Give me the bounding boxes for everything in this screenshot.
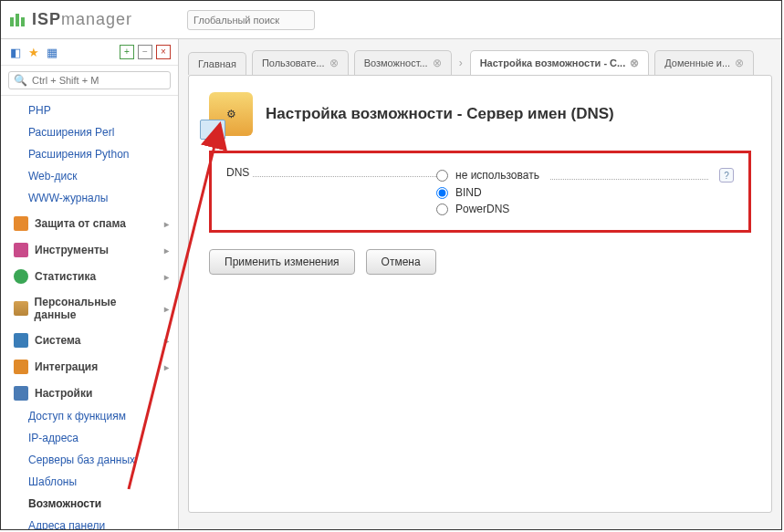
tab-label: Возможност... (364, 57, 428, 68)
page-header: ⚙ Настройка возможности - Сервер имен (D… (209, 92, 751, 136)
nav-cat-personal[interactable]: Персональные данные▸ (1, 288, 178, 326)
chevron-right-icon: ▸ (164, 336, 169, 346)
globe-icon (14, 269, 28, 284)
doc-icon[interactable]: ▦ (45, 45, 59, 59)
nav-cat-integration[interactable]: Интеграция▸ (1, 352, 178, 379)
star-icon[interactable]: ★ (26, 45, 41, 59)
nav-item[interactable]: IP-адреса (1, 427, 178, 449)
bars-icon (14, 301, 28, 316)
content-panel: ⚙ Настройка возможности - Сервер имен (D… (188, 75, 772, 513)
option-label: PowerDNS (455, 203, 509, 215)
nav-item[interactable]: Адреса панели (1, 515, 178, 529)
chevron-right-icon: ▸ (164, 362, 169, 372)
logo-isp: ISP (32, 10, 61, 28)
plus-icon[interactable]: + (120, 45, 134, 59)
home-icon[interactable]: ◧ (8, 45, 23, 59)
chevron-right-icon: ▸ (164, 304, 169, 314)
tab-capabilities-list[interactable]: Возможност...⊗ (354, 50, 452, 75)
logo-manager: manager (61, 10, 132, 28)
nav-item[interactable]: Web-диск (1, 165, 178, 187)
nav-item[interactable]: PHP (1, 99, 178, 121)
nav-cat-label: Инструменты (35, 244, 109, 256)
nav-item-capabilities[interactable]: Возможности (1, 493, 178, 515)
nav-cat-stats[interactable]: Статистика▸ (1, 262, 178, 288)
cancel-button[interactable]: Отмена (366, 249, 436, 275)
option-none[interactable]: не использовать? (436, 166, 734, 184)
close-icon[interactable]: ⊗ (329, 57, 339, 69)
quick-search-input[interactable] (32, 75, 165, 86)
app-header: ISPmanager (1, 1, 781, 39)
gear-monitor-icon: ⚙ (209, 92, 253, 136)
tools-icon (14, 243, 28, 257)
breadcrumb-arrow-icon: › (457, 57, 465, 75)
nav-cat-system[interactable]: Система▸ (1, 326, 178, 352)
dns-options: не использовать? BIND PowerDNS (436, 166, 734, 217)
dns-field-label: DNS (226, 166, 436, 179)
nav-cat-tools[interactable]: Инструменты▸ (1, 235, 178, 262)
close-icon[interactable]: ⊗ (433, 57, 442, 69)
option-bind[interactable]: BIND (436, 184, 734, 201)
nav-item[interactable]: Шаблоны (1, 471, 178, 493)
sidebar-nav: PHP Расширения Perl Расширения Python We… (1, 96, 178, 529)
nav-cat-settings[interactable]: Настройки (1, 379, 178, 405)
global-search-input[interactable] (187, 10, 315, 30)
option-powerdns[interactable]: PowerDNS (436, 201, 734, 217)
settings-icon (14, 386, 28, 401)
radio-none[interactable] (436, 170, 448, 182)
option-label: BIND (455, 186, 482, 199)
radio-bind[interactable] (436, 187, 448, 199)
puzzle-icon (14, 360, 28, 374)
dns-form-highlight: DNS не использовать? BIND PowerDNS (209, 151, 751, 233)
sidebar: ◧ ★ ▦ + − × 🔍 PHP Расширения Perl Расшир… (1, 39, 179, 529)
tab-domains[interactable]: Доменные и...⊗ (654, 50, 754, 75)
help-icon[interactable]: ? (719, 168, 734, 183)
sidebar-toolbar: ◧ ★ ▦ + − × (1, 39, 178, 66)
nav-item[interactable]: Доступ к функциям (1, 405, 178, 427)
nav-cat-label: Интеграция (35, 360, 98, 373)
nav-cat-spam[interactable]: Защита от спама▸ (1, 209, 178, 235)
close-icon[interactable]: ⊗ (735, 57, 744, 69)
close-icon[interactable]: ⊗ (630, 57, 639, 69)
tab-capability-setup[interactable]: Настройка возможности - С...⊗ (470, 50, 650, 75)
page-title: Настройка возможности - Сервер имен (DNS… (266, 105, 614, 123)
tab-label: Настройка возможности - С... (480, 57, 626, 68)
tab-bar: Главная Пользовате...⊗ Возможност...⊗ › … (179, 39, 781, 75)
form-buttons: Применить изменения Отмена (209, 249, 751, 275)
tab-label: Главная (198, 58, 236, 69)
chevron-right-icon: ▸ (164, 219, 169, 229)
tab-users[interactable]: Пользовате...⊗ (252, 50, 349, 75)
chevron-right-icon: ▸ (164, 272, 169, 282)
nav-cat-label: Статистика (35, 270, 96, 283)
tab-label: Пользовате... (262, 57, 325, 68)
nav-cat-label: Настройки (35, 387, 92, 400)
search-icon: 🔍 (14, 74, 27, 87)
quick-search: 🔍 (1, 66, 178, 96)
apply-button[interactable]: Применить изменения (209, 249, 355, 275)
x-icon[interactable]: × (156, 45, 171, 59)
global-search (187, 10, 315, 30)
radio-powerdns[interactable] (436, 203, 448, 215)
option-label: не использовать (455, 169, 539, 182)
minus-icon[interactable]: − (138, 45, 152, 59)
main-area: Главная Пользовате...⊗ Возможност...⊗ › … (179, 39, 781, 529)
nav-item[interactable]: Расширения Python (1, 143, 178, 165)
nav-cat-label: Защита от спама (35, 217, 126, 230)
nav-item[interactable]: Серверы баз данных (1, 449, 178, 471)
nav-cat-label: Персональные данные (35, 296, 158, 321)
tab-home[interactable]: Главная (188, 52, 246, 75)
shield-icon (14, 216, 28, 231)
nav-item[interactable]: WWW-журналы (1, 187, 178, 209)
chevron-right-icon: ▸ (164, 245, 169, 256)
app-logo: ISPmanager (10, 10, 132, 29)
nav-cat-label: Система (35, 334, 81, 347)
tab-label: Доменные и... (664, 57, 730, 68)
nav-item[interactable]: Расширения Perl (1, 121, 178, 143)
system-icon (14, 333, 28, 348)
